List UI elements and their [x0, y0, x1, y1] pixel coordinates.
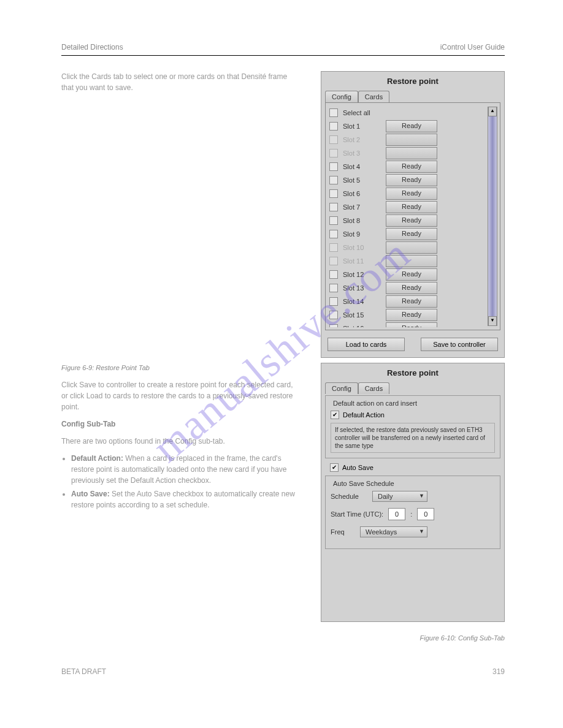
- slot-checkbox[interactable]: [329, 270, 338, 279]
- slot-status[interactable]: Ready: [386, 228, 437, 240]
- freq-dropdown[interactable]: Weekdays: [360, 526, 427, 537]
- slot-status[interactable]: Ready: [386, 214, 437, 227]
- slot-label: Slot 3: [343, 150, 381, 157]
- slot-checkbox[interactable]: [329, 230, 338, 238]
- slot-row: Slot 6Ready: [329, 188, 500, 200]
- slot-row: Slot 3: [329, 147, 500, 159]
- default-action-checkbox[interactable]: [331, 411, 339, 419]
- slot-checkbox[interactable]: [329, 311, 338, 319]
- slot-checkbox[interactable]: [329, 162, 338, 171]
- fs2-title: Auto Save Schedule: [331, 480, 397, 487]
- slot-status: [386, 255, 437, 267]
- slot-status[interactable]: Ready: [386, 322, 437, 327]
- slot-checkbox: [329, 243, 338, 252]
- slot-checkbox: [329, 257, 338, 265]
- slot-label: Slot 16: [343, 325, 381, 327]
- slot-row: Slot 5Ready: [329, 174, 500, 186]
- slot-label: Slot 12: [343, 271, 381, 278]
- slot-status[interactable]: Ready: [386, 120, 437, 132]
- slot-label: Slot 10: [343, 244, 381, 251]
- slot-row: Slot 9Ready: [329, 228, 500, 240]
- scrollbar[interactable]: ▲ ▼: [488, 107, 497, 326]
- figure1-caption: Figure 6-9: Restore Point Tab: [61, 363, 301, 373]
- slot-checkbox[interactable]: [329, 297, 338, 306]
- slot-row: Slot 16Ready: [329, 322, 500, 327]
- slot-checkbox[interactable]: [329, 189, 338, 198]
- slot-row: Slot 12Ready: [329, 268, 500, 281]
- start-minute-input[interactable]: 0: [417, 508, 434, 520]
- slot-label: Slot 8: [343, 217, 381, 224]
- slot-row: Slot 4Ready: [329, 161, 500, 173]
- panel1-title: Restore point: [321, 72, 504, 91]
- slot-status[interactable]: Ready: [386, 174, 437, 186]
- footer-left: BETA DRAFT: [61, 667, 106, 676]
- tab-cards[interactable]: Cards: [358, 91, 389, 102]
- slot-label: Slot 11: [343, 257, 381, 265]
- slot-row: Slot 1Ready: [329, 120, 500, 132]
- scroll-down[interactable]: ▼: [488, 316, 497, 326]
- slot-label: Slot 2: [343, 136, 381, 143]
- slot-row: Slot 11: [329, 255, 500, 267]
- slot-label: Slot 7: [343, 203, 381, 211]
- fs1-title: Default action on card insert: [331, 400, 419, 407]
- save-to-controller-button[interactable]: Save to controller: [421, 338, 498, 351]
- slot-status[interactable]: Ready: [386, 282, 437, 294]
- slot-row: Slot 7Ready: [329, 201, 500, 213]
- load-to-cards-button[interactable]: Load to cards: [327, 338, 405, 351]
- slot-status: [386, 147, 437, 159]
- scroll-up[interactable]: ▲: [488, 107, 497, 116]
- slot-label: Slot 13: [343, 284, 381, 292]
- schedule-label: Schedule: [331, 493, 367, 500]
- slot-label: Slot 5: [343, 176, 381, 184]
- select-all-row[interactable]: Select all: [329, 107, 500, 119]
- after-p2-strong: Config Sub-Tab: [61, 420, 115, 428]
- select-all-label: Select all: [343, 109, 370, 116]
- time-colon: :: [410, 510, 412, 518]
- slot-row: Slot 14Ready: [329, 295, 500, 308]
- freq-label: Freq: [331, 528, 355, 536]
- auto-save-checkbox[interactable]: [330, 463, 339, 472]
- slot-checkbox[interactable]: [329, 216, 338, 225]
- slot-checkbox[interactable]: [329, 284, 338, 292]
- slot-label: Slot 14: [343, 298, 381, 305]
- tab-cards-2[interactable]: Cards: [358, 382, 389, 394]
- tab-config[interactable]: Config: [325, 91, 358, 102]
- slot-label: Slot 15: [343, 311, 381, 319]
- slot-checkbox[interactable]: [329, 324, 338, 327]
- slot-status: [386, 241, 437, 254]
- after-p3: There are two options found in the Confi…: [61, 436, 301, 447]
- slot-row: Slot 13Ready: [329, 282, 500, 294]
- slot-row: Slot 2: [329, 134, 500, 146]
- restore-point-panel-config: Restore point Config Cards Default actio…: [321, 363, 505, 622]
- slot-row: Slot 10: [329, 241, 500, 254]
- list-item-auto-save: Auto Save: Set the Auto Save checkbox to…: [71, 488, 301, 510]
- header-right: iControl User Guide: [440, 43, 505, 51]
- slot-label: Slot 4: [343, 163, 381, 170]
- slot-row: Slot 15Ready: [329, 309, 500, 321]
- slot-status[interactable]: Ready: [386, 201, 437, 213]
- slot-checkbox[interactable]: [329, 176, 338, 184]
- default-action-desc: If selected, the restore data previously…: [331, 423, 495, 453]
- panel2-title: Restore point: [321, 363, 504, 382]
- slot-checkbox[interactable]: [329, 122, 338, 131]
- list-item-default-action: Default Action: When a card is replaced …: [71, 453, 301, 486]
- figure2-caption: Figure 6-10: Config Sub-Tab: [420, 634, 505, 642]
- slot-label: Slot 1: [343, 123, 381, 130]
- select-all-checkbox[interactable]: [329, 108, 338, 117]
- slot-status[interactable]: Ready: [386, 161, 437, 173]
- header-left: Detailed Directions: [61, 43, 123, 51]
- slot-row: Slot 8Ready: [329, 214, 500, 227]
- slot-checkbox: [329, 135, 338, 144]
- slot-status[interactable]: Ready: [386, 268, 437, 281]
- start-time-label: Start Time (UTC):: [331, 510, 383, 518]
- schedule-dropdown[interactable]: Daily: [372, 491, 427, 502]
- footer-right: 319: [492, 667, 505, 676]
- slot-status[interactable]: Ready: [386, 295, 437, 308]
- slot-status[interactable]: Ready: [386, 309, 437, 321]
- slot-checkbox[interactable]: [329, 203, 338, 211]
- slot-status[interactable]: Ready: [386, 188, 437, 200]
- slot-checkbox: [329, 149, 338, 157]
- tab-config-2[interactable]: Config: [325, 382, 358, 394]
- start-hour-input[interactable]: 0: [388, 508, 405, 520]
- auto-save-label: Auto Save: [342, 464, 373, 471]
